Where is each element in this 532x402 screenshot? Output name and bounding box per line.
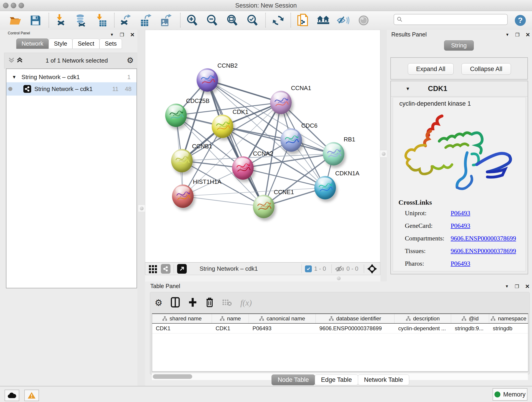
tab-select[interactable]: Select [72,38,99,49]
panel-close-icon[interactable]: ✕ [526,32,530,38]
clone-network-button[interactable] [296,14,309,27]
section-expander-icon[interactable]: ▼ [405,86,410,91]
collection-expander-icon[interactable]: ▼ [12,75,17,80]
network-node-ccna2[interactable] [232,156,254,180]
string-home-button[interactable] [317,14,330,27]
table-cell[interactable]: 9606.ENSP00000378699 [316,324,394,333]
table-row[interactable]: CDK1CDK1P064939606.ENSP00000378699cyclin… [152,324,528,333]
right-splitter[interactable] [380,30,387,281]
network-options-gear-icon[interactable]: ⚙ [127,56,133,65]
crosslink-link[interactable]: P06493 [451,222,470,230]
delete-column-button[interactable] [206,297,214,308]
selected-checkbox-icon[interactable] [305,265,312,272]
tab-node-table[interactable]: Node Table [272,375,315,385]
column-header-namespace[interactable]: namespace [489,314,528,323]
network-node-cdc25b[interactable] [165,104,187,127]
panel-menu-icon[interactable]: ▼ [110,32,114,37]
zoom-fit-button[interactable] [226,14,239,27]
warnings-button[interactable] [24,390,39,401]
column-header-canonical-name[interactable]: canonical name [249,314,316,323]
column-header-name[interactable]: name [212,314,249,323]
network-collection-row[interactable]: ▼ String Network – cdk1 1 [6,70,137,84]
network-badge-button[interactable] [161,264,171,274]
tab-style[interactable]: Style [49,38,72,49]
node-section-header[interactable]: ▼ CDK1 [391,81,528,96]
panel-float-icon[interactable]: ❐ [120,32,124,38]
refresh-button[interactable] [272,14,285,27]
table-cell[interactable]: CDK1 [152,324,212,333]
table-h-scrollbar-thumb[interactable] [153,374,192,379]
crosslink-link[interactable]: P06493 [451,210,470,217]
show-graphics-button[interactable] [357,14,370,27]
cloud-button[interactable] [5,390,19,401]
network-node-cdc6[interactable] [280,128,302,152]
network-node-ccnb1[interactable] [171,149,193,172]
tab-string[interactable]: String [444,40,474,51]
network-node-ccnb2[interactable] [196,68,218,92]
search-input[interactable] [403,16,500,23]
open-in-window-button[interactable] [177,264,187,274]
panel-close-icon[interactable]: ✕ [525,283,530,290]
export-network-button[interactable] [119,14,132,27]
crosslink-link[interactable]: P06493 [451,260,470,267]
function-builder-button[interactable]: f(x) [240,298,252,307]
node-table[interactable]: shared name name canonical name database… [152,313,528,371]
zoom-out-button[interactable] [206,14,219,27]
column-header-database-identifier[interactable]: database identifier [316,314,394,323]
crosslink-link[interactable]: 9606.ENSP00000378699 [451,247,516,255]
right-splitter-handle[interactable] [380,150,387,157]
network-row[interactable]: String Network – cdk1 11 48 [6,82,137,96]
network-node-ccna1[interactable] [270,91,292,114]
horizontal-splitter[interactable] [145,275,380,281]
column-header-shared-name[interactable]: shared name [152,314,212,323]
memory-button[interactable]: Memory [493,388,527,401]
open-session-button[interactable] [9,14,22,27]
table-cell[interactable]: CDK1 [212,324,249,333]
collapse-all-networks-icon[interactable] [8,57,14,65]
left-splitter-handle[interactable] [138,205,145,212]
left-splitter[interactable] [138,30,145,386]
import-network-database-button[interactable] [74,14,88,27]
network-node-ccne1[interactable] [253,195,274,218]
table-cell[interactable]: P06493 [249,324,316,333]
tab-network[interactable]: Network [16,38,49,49]
network-canvas[interactable]: CCNB2 CCNA1 CDC25B CDK1 [145,30,380,262]
table-options-gear-icon[interactable]: ⚙ [155,298,162,308]
network-node-hist1h1a[interactable] [172,185,194,208]
zoom-selected-button[interactable] [246,14,259,27]
network-node-rb1[interactable] [323,142,344,166]
panel-float-icon[interactable]: ❐ [515,284,519,289]
save-session-button[interactable] [29,14,42,27]
network-node-cdk1[interactable] [212,115,233,138]
birds-eye-view-button[interactable] [367,264,377,274]
table-cell[interactable]: cyclin-dependent ... [394,324,451,333]
export-image-button[interactable] [159,14,172,27]
tab-edge-table[interactable]: Edge Table [315,375,358,385]
add-column-button[interactable] [188,297,197,308]
search-field[interactable] [394,14,508,25]
table-cell[interactable]: stringdb:9... [451,324,489,333]
crosslink-link[interactable]: 9606.ENSP00000378699 [451,235,516,242]
import-table-file-button[interactable] [95,14,108,27]
panel-menu-icon[interactable]: ▼ [505,32,509,37]
hide-glyphs-button[interactable] [336,14,350,27]
network-node-cdkn1a[interactable] [314,176,336,199]
column-header-@id[interactable]: @id [451,314,489,323]
tab-network-table[interactable]: Network Table [358,375,409,385]
expand-all-networks-icon[interactable] [17,57,23,64]
show-columns-button[interactable] [171,297,180,308]
expand-all-button[interactable]: Expand All [408,63,454,75]
panel-float-icon[interactable]: ❐ [515,32,520,38]
help-button[interactable]: ? [514,14,527,27]
grid-view-button[interactable] [148,264,158,274]
tab-sets[interactable]: Sets [99,38,122,49]
export-table-button[interactable] [139,14,152,27]
panel-menu-icon[interactable]: ▼ [505,284,509,289]
horizontal-splitter-handle[interactable] [335,275,342,282]
panel-close-icon[interactable]: ✕ [130,32,135,38]
import-network-file-button[interactable] [54,14,67,27]
column-header-description[interactable]: description [394,314,451,323]
delete-table-button[interactable] [222,298,232,307]
table-cell[interactable]: stringdb [489,324,528,333]
zoom-in-button[interactable] [186,14,199,27]
